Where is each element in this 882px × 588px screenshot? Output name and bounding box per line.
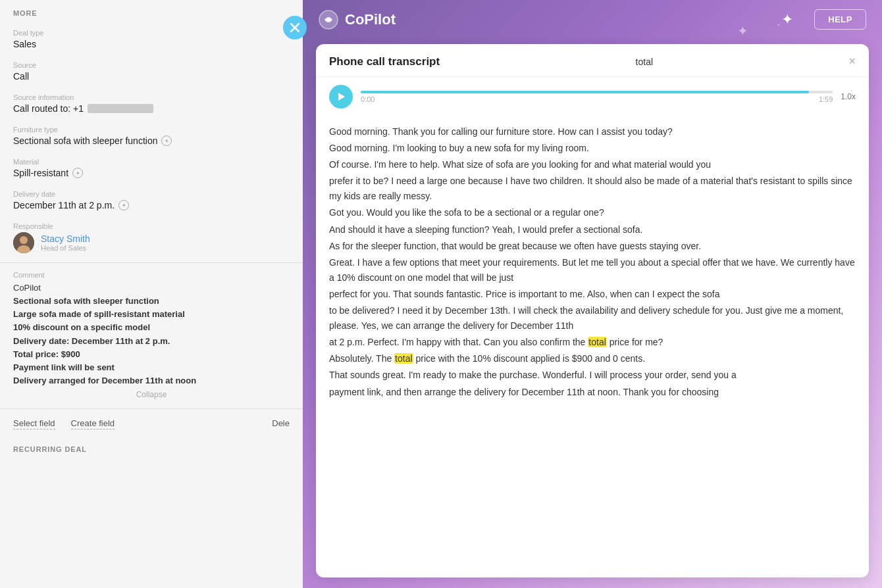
highlight-total-1: total	[588, 337, 606, 347]
ai-badge-material: ✦	[72, 168, 83, 178]
comment-line-1: Sectional sofa with sleeper function	[13, 295, 290, 308]
copilot-header: CoPilot ✦ · HELP	[303, 0, 882, 39]
comment-label: Comment	[13, 271, 290, 279]
responsible-title: Head of Sales	[41, 244, 90, 252]
field-label-source: Source	[13, 61, 290, 69]
field-label-source-info: Source information	[13, 93, 290, 101]
audio-end-time: 1:59	[819, 95, 833, 103]
audio-track: 0:00 1:59	[361, 91, 833, 103]
transcript-line-13: payment link, and then arrange the deliv…	[329, 385, 856, 400]
delete-link[interactable]: Dele	[272, 418, 290, 429]
audio-times: 0:00 1:59	[361, 95, 833, 103]
speed-badge: 1.0x	[841, 92, 856, 101]
field-label-furniture-type: Furniture type	[13, 126, 290, 134]
transcript-line-8: perfect for you. That sounds fantastic. …	[329, 287, 856, 302]
transcript-line-6: As for the sleeper function, that would …	[329, 239, 856, 254]
collapse-link[interactable]: Collapse	[13, 390, 290, 399]
comment-line-5: Total price: $900	[13, 348, 290, 361]
field-deal-type: Deal type Sales	[0, 24, 303, 56]
field-value-deal-type: Sales	[13, 39, 290, 49]
field-material: Material Spill-resistant ✦	[0, 153, 303, 185]
transcript-line-9: to be delivered? I need it by December 1…	[329, 303, 856, 333]
audio-player: 0:00 1:59 1.0x	[316, 77, 869, 114]
play-button[interactable]	[329, 85, 353, 109]
copilot-panel: ✦ · CoPilot ✦ · HELP Phone call transcri…	[303, 0, 882, 588]
comment-text: CoPilot Sectional sofa with sleeper func…	[13, 282, 290, 387]
highlight-total-2: total	[394, 353, 413, 364]
transcript-search-term: total	[636, 57, 653, 67]
comment-line-4: Delivery date: December 11th at 2 p.m.	[13, 335, 290, 348]
star-decoration-2: ·	[777, 16, 781, 32]
transcript-card: Phone call transcript total × 0:00 1:59 …	[316, 44, 869, 577]
comment-line-2: Large sofa made of spill-resistant mater…	[13, 308, 290, 321]
select-field-link[interactable]: Select field	[13, 418, 55, 429]
comment-line-7: Delivery arranged for December 11th at n…	[13, 374, 290, 387]
transcript-line-5: And should it have a sleeping function? …	[329, 222, 856, 237]
transcript-title: Phone call transcript	[329, 55, 440, 68]
copilot-logo	[319, 10, 338, 30]
field-source: Source Call	[0, 56, 303, 88]
recurring-header: RECURRING DEAL	[0, 436, 303, 457]
avatar	[13, 232, 34, 253]
field-furniture-type: Furniture type Sectional sofa with sleep…	[0, 120, 303, 153]
field-value-delivery-date: December 11th at 2 p.m. ✦	[13, 200, 290, 210]
field-delivery-date: Delivery date December 11th at 2 p.m. ✦	[0, 185, 303, 217]
field-responsible: Responsible Stacy Smith Head of Sales	[0, 217, 303, 260]
divider-2	[0, 408, 303, 409]
svg-point-4	[326, 18, 330, 22]
field-label-material: Material	[13, 158, 290, 166]
transcript-line-11: Absolutely. The total price with the 10%…	[329, 351, 856, 366]
transcript-close-button[interactable]: ×	[848, 55, 856, 68]
field-label-delivery-date: Delivery date	[13, 190, 290, 198]
field-value-source-info: Call routed to: +1	[13, 103, 290, 114]
transcript-card-header: Phone call transcript total ×	[316, 44, 869, 77]
comment-section: Comment CoPilot Sectional sofa with slee…	[0, 266, 303, 406]
transcript-content: Good morning. Thank you for calling our …	[316, 114, 869, 577]
left-panel: MORE Deal type Sales Source Call Source …	[0, 0, 303, 588]
field-label-deal-type: Deal type	[13, 29, 290, 37]
field-label-responsible: Responsible	[13, 222, 290, 230]
bottom-actions: Select field Create field Dele	[0, 412, 303, 436]
transcript-line-0: Good morning. Thank you for calling our …	[329, 124, 856, 139]
divider	[0, 262, 303, 263]
create-field-link[interactable]: Create field	[71, 418, 115, 429]
transcript-line-10: at 2 p.m. Perfect. I'm happy with that. …	[329, 335, 856, 350]
transcript-line-7: Great. I have a few options that meet yo…	[329, 255, 856, 285]
help-button[interactable]: HELP	[814, 9, 866, 30]
audio-progress-bar[interactable]	[361, 91, 833, 93]
close-button[interactable]	[283, 16, 307, 39]
field-value-source: Call	[13, 71, 290, 82]
audio-start-time: 0:00	[361, 95, 375, 103]
more-header: MORE	[0, 0, 303, 24]
star-decoration-1: ✦	[737, 23, 748, 39]
sparkle-icon: ✦	[781, 11, 793, 28]
comment-line-0: CoPilot	[13, 282, 290, 295]
audio-progress-fill	[361, 91, 809, 93]
transcript-line-3: prefer it to be? I need a large one beca…	[329, 174, 856, 204]
field-value-furniture-type: Sectional sofa with sleeper function ✦	[13, 135, 290, 146]
transcript-line-1: Good morning. I'm looking to buy a new s…	[329, 141, 856, 156]
svg-marker-5	[338, 93, 345, 101]
responsible-row: Stacy Smith Head of Sales	[13, 232, 290, 253]
comment-line-6: Payment link will be sent	[13, 361, 290, 374]
copilot-title: CoPilot	[345, 11, 768, 28]
transcript-line-4: Got you. Would you like the sofa to be a…	[329, 205, 856, 220]
transcript-line-12: That sounds great. I'm ready to make the…	[329, 368, 856, 383]
dot-decoration: ·	[806, 13, 808, 19]
field-value-material: Spill-resistant ✦	[13, 168, 290, 178]
field-source-info: Source information Call routed to: +1	[0, 88, 303, 120]
ai-badge-delivery: ✦	[118, 200, 129, 210]
svg-point-1	[20, 236, 28, 244]
responsible-name: Stacy Smith	[41, 233, 90, 244]
ai-badge-furniture: ✦	[161, 135, 172, 146]
comment-line-3: 10% discount on a specific model	[13, 321, 290, 334]
responsible-info: Stacy Smith Head of Sales	[41, 233, 90, 252]
transcript-line-2: Of course. I'm here to help. What size o…	[329, 157, 856, 172]
